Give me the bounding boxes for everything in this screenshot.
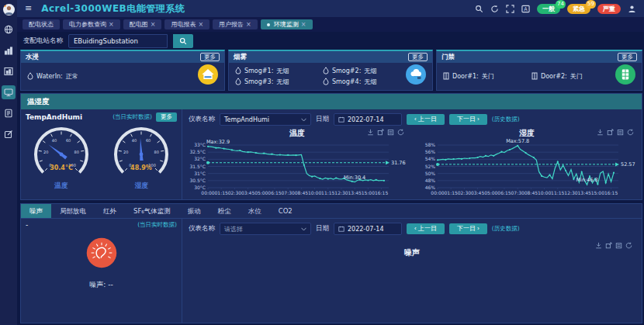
tab-power-parameters[interactable]: 电力参数查询× xyxy=(63,19,120,29)
data-view-icon[interactable] xyxy=(615,242,622,249)
data-zoom-icon[interactable] xyxy=(605,242,612,249)
sidebar-item-charts[interactable] xyxy=(2,64,16,78)
user-icon[interactable] xyxy=(628,5,636,13)
data-view-icon[interactable] xyxy=(617,129,624,136)
alarm-badge-label: 紧急 xyxy=(573,5,585,12)
fullscreen-icon[interactable] xyxy=(506,5,514,13)
meter-select[interactable]: TempAndHumi xyxy=(220,113,311,126)
refresh-icon[interactable] xyxy=(490,5,499,13)
restore-icon[interactable] xyxy=(627,129,634,136)
tab-label: 配电图 xyxy=(130,19,148,29)
water-panel: 水浸 更多 WaterIn: 正常 xyxy=(20,50,225,91)
close-icon[interactable]: × xyxy=(109,19,114,29)
tab-user-report[interactable]: 用户报告× xyxy=(213,19,258,29)
tab-label: 环境监测 xyxy=(274,19,299,29)
tab-noise[interactable]: 噪声 xyxy=(21,204,51,218)
more-button[interactable]: 更多 xyxy=(156,112,177,122)
svg-text:48.9%: 48.9% xyxy=(130,164,152,171)
droplet-icon xyxy=(323,67,329,74)
tab-partial-discharge[interactable]: 局部放电 xyxy=(51,204,95,218)
close-icon[interactable]: × xyxy=(151,19,156,29)
alarm-badge-label: 一般 xyxy=(542,5,555,12)
realtime-data-label: (当日实时数据) xyxy=(137,221,177,229)
restore-icon[interactable] xyxy=(397,129,404,136)
panel-title: 门禁 xyxy=(441,53,455,62)
svg-text:31.76: 31.76 xyxy=(391,160,406,166)
svg-text:46%: 46% xyxy=(425,185,436,190)
date-picker[interactable]: 2022-07-14 xyxy=(334,223,402,235)
tab-label: 配电状态 xyxy=(29,19,54,29)
sidebar-item-environment-monitor[interactable] xyxy=(2,85,16,99)
svg-text:03:45: 03:45 xyxy=(471,190,484,195)
tab-sf6-gas[interactable]: SF₆气体监测 xyxy=(125,204,179,218)
history-data-link[interactable]: (历史数据) xyxy=(492,116,520,123)
tab-environment-monitoring[interactable]: 环境监测× xyxy=(261,19,313,29)
smoke-status-item: Smog#4:无烟 xyxy=(323,78,406,86)
save-image-icon[interactable] xyxy=(595,242,602,249)
station-search-label: 变配电站名称 xyxy=(23,36,63,46)
close-icon[interactable]: × xyxy=(246,19,251,29)
language-icon[interactable]: A xyxy=(521,5,530,13)
data-zoom-icon[interactable] xyxy=(377,129,384,136)
sidebar-item-edit[interactable] xyxy=(2,127,16,141)
alarm-badge-severe[interactable]: 严重 xyxy=(597,4,621,14)
svg-text:06:15: 06:15 xyxy=(497,190,511,195)
sidebar-item-parameters[interactable] xyxy=(2,43,16,57)
meter-select[interactable]: 请选择 xyxy=(220,223,311,235)
svg-text:10:00: 10:00 xyxy=(538,190,551,195)
more-button[interactable]: 更多 xyxy=(408,53,428,61)
sensor-label: Door#2: xyxy=(541,73,567,80)
sensor-label: Smog#3: xyxy=(244,78,273,85)
restore-icon[interactable] xyxy=(625,242,632,249)
save-image-icon[interactable] xyxy=(367,129,374,136)
tab-power-status[interactable]: 配电状态 xyxy=(23,19,60,29)
tab-dust[interactable]: 粉尘 xyxy=(209,204,240,218)
door-panel: 门禁 更多 Door#1:关门 Door#2:关门 xyxy=(436,50,642,91)
sidebar-item-globe[interactable] xyxy=(2,22,16,36)
close-icon[interactable]: × xyxy=(198,19,203,29)
search-icon[interactable] xyxy=(475,5,483,13)
data-view-icon[interactable] xyxy=(387,129,394,136)
svg-text:31.5°C: 31.5°C xyxy=(189,164,206,169)
alarm-badge-general[interactable]: 一般 74 xyxy=(537,4,560,14)
noise-toolbar: 仪表名称 请选择 日期 2022-07-14 ‹ 上一日 下一日 › (历史数据… xyxy=(182,219,642,237)
noise-chart-section: 仪表名称 请选择 日期 2022-07-14 ‹ 上一日 下一日 › (历史数据… xyxy=(182,219,642,323)
svg-text:30.5°C: 30.5°C xyxy=(189,178,206,183)
menu-icon[interactable]: ≡ xyxy=(25,0,32,17)
tab-water-level[interactable]: 水位 xyxy=(240,204,270,218)
humidity-chart: 湿度 46%48%50%52%54%56%58%00:0001:1502:300… xyxy=(412,127,642,201)
tab-energy-report[interactable]: 用电报表× xyxy=(164,19,209,29)
chart-toolbox xyxy=(595,242,632,249)
station-search-button[interactable] xyxy=(173,34,193,48)
search-icon xyxy=(179,37,187,45)
temperature-gauge-dial: 02040608010030.4°C xyxy=(24,123,99,184)
close-icon[interactable]: × xyxy=(301,19,306,29)
next-day-button[interactable]: 下一日 › xyxy=(449,223,487,234)
calendar-icon xyxy=(338,116,345,123)
svg-text:15:00: 15:00 xyxy=(362,190,375,195)
water-panel-header: 水浸 更多 xyxy=(21,51,224,63)
meter-select-label: 仪表名称 xyxy=(189,224,215,233)
prev-day-button[interactable]: ‹ 上一日 xyxy=(407,223,445,234)
station-search-input[interactable] xyxy=(68,34,168,48)
date-picker[interactable]: 2022-07-14 xyxy=(334,113,402,126)
noise-value: 噪声: -- xyxy=(21,280,182,290)
prev-day-button[interactable]: ‹ 上一日 xyxy=(407,114,445,125)
more-button[interactable]: 更多 xyxy=(200,53,220,61)
tab-infrared[interactable]: 红外 xyxy=(95,204,125,218)
droplet-icon xyxy=(323,78,329,85)
alarm-badge-urgent[interactable]: 紧急 59 xyxy=(567,4,590,14)
next-day-button[interactable]: 下一日 › xyxy=(449,114,487,125)
avatar[interactable] xyxy=(3,4,15,16)
meter-name: TempAndHumi xyxy=(26,113,82,121)
sidebar-item-reports[interactable] xyxy=(2,106,16,120)
tab-power-diagram[interactable]: 配电图× xyxy=(123,19,162,29)
tab-co2[interactable]: CO2 xyxy=(270,204,301,218)
history-data-link[interactable]: (历史数据) xyxy=(492,225,520,233)
save-image-icon[interactable] xyxy=(597,129,604,136)
meter-select-value: TempAndHumi xyxy=(224,116,269,123)
more-button[interactable]: 更多 xyxy=(618,53,637,61)
data-zoom-icon[interactable] xyxy=(607,129,614,136)
tab-vibration[interactable]: 振动 xyxy=(179,204,209,218)
svg-text:60: 60 xyxy=(146,138,151,143)
